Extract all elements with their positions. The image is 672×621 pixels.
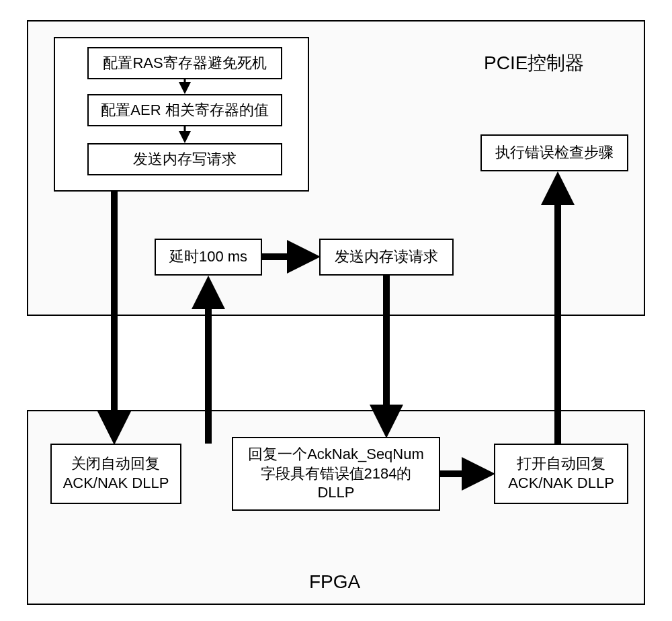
box-config-ras: 配置RAS寄存器避免死机 (87, 47, 282, 79)
box-open-auto: 打开自动回复 ACK/NAK DLLP (494, 444, 628, 504)
pcie-label: PCIE控制器 (484, 50, 584, 76)
box-send-read: 发送内存读请求 (319, 239, 454, 276)
box-reply-dllp: 回复一个AckNak_SeqNum 字段具有错误值2184的 DLLP (232, 437, 440, 511)
fpga-label: FPGA (309, 571, 360, 593)
box-send-write: 发送内存写请求 (87, 143, 282, 175)
box-exec-check: 执行错误检查步骤 (480, 134, 628, 171)
diagram-container: PCIE控制器 FPGA 配置RAS寄存器避免死机 配置AER 相关寄存器的值 … (0, 0, 672, 621)
box-close-auto: 关闭自动回复 ACK/NAK DLLP (50, 444, 181, 504)
box-delay: 延时100 ms (155, 239, 262, 276)
box-config-aer: 配置AER 相关寄存器的值 (87, 94, 282, 126)
